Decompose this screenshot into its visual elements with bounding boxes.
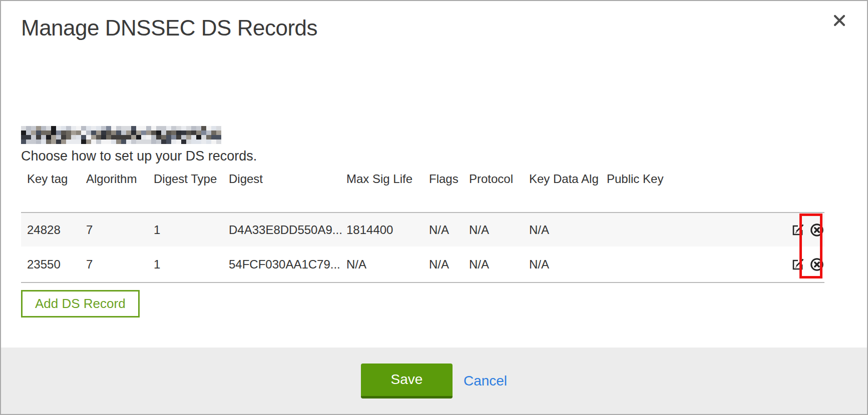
cell-public-key [607, 246, 791, 282]
cancel-button[interactable]: Cancel [464, 373, 507, 389]
cell-actions [791, 212, 824, 246]
instruction-text: Choose how to set up your DS records. [21, 148, 847, 164]
cell-key-data-alg: N/A [529, 246, 607, 282]
ds-records-table: Key tag Algorithm Digest Type Digest Max… [21, 172, 824, 283]
cell-protocol: N/A [469, 212, 529, 246]
page-title: Manage DNSSEC DS Records [21, 15, 847, 41]
cell-digest: D4A33E8DD550A9... [229, 212, 346, 246]
table-row: 23550 7 1 54FCF030AA1C79... N/A N/A N/A … [21, 246, 824, 282]
cell-key-data-alg: N/A [529, 212, 607, 246]
cell-algorithm: 7 [86, 246, 154, 282]
cell-max-sig-life: 1814400 [346, 212, 429, 246]
close-icon[interactable] [832, 13, 848, 29]
header-algorithm: Algorithm [86, 172, 154, 212]
header-actions [791, 172, 824, 212]
header-key-data-alg: Key Data Alg [529, 172, 607, 212]
cell-public-key [607, 212, 791, 246]
table-row: 24828 7 1 D4A33E8DD550A9... 1814400 N/A … [21, 212, 824, 246]
table-header-row: Key tag Algorithm Digest Type Digest Max… [21, 172, 824, 212]
header-public-key: Public Key [607, 172, 791, 212]
header-max-sig-life: Max Sig Life [346, 172, 429, 212]
header-key-tag: Key tag [21, 172, 86, 212]
cell-key-tag: 23550 [21, 246, 86, 282]
manage-dnssec-modal: Manage DNSSEC DS Records Choose how to s… [0, 0, 868, 415]
cell-digest-type: 1 [154, 246, 229, 282]
add-ds-record-button[interactable]: Add DS Record [21, 290, 140, 318]
modal-footer: Save Cancel [1, 348, 867, 414]
delete-record-icon[interactable] [809, 257, 824, 272]
cell-actions [791, 246, 824, 282]
edit-record-icon[interactable] [791, 258, 805, 271]
save-button[interactable]: Save [361, 364, 453, 398]
cell-max-sig-life: N/A [346, 246, 429, 282]
delete-record-icon[interactable] [809, 222, 824, 238]
header-digest: Digest [229, 172, 346, 212]
edit-record-icon[interactable] [791, 223, 805, 236]
header-flags: Flags [429, 172, 469, 212]
cell-algorithm: 7 [86, 212, 154, 246]
cell-flags: N/A [429, 246, 469, 282]
cell-key-tag: 24828 [21, 212, 86, 246]
cell-digest: 54FCF030AA1C79... [229, 246, 346, 282]
redacted-domain-text [21, 126, 221, 144]
cell-digest-type: 1 [154, 212, 229, 246]
header-protocol: Protocol [469, 172, 529, 212]
header-digest-type: Digest Type [154, 172, 229, 212]
cell-flags: N/A [429, 212, 469, 246]
cell-protocol: N/A [469, 246, 529, 282]
